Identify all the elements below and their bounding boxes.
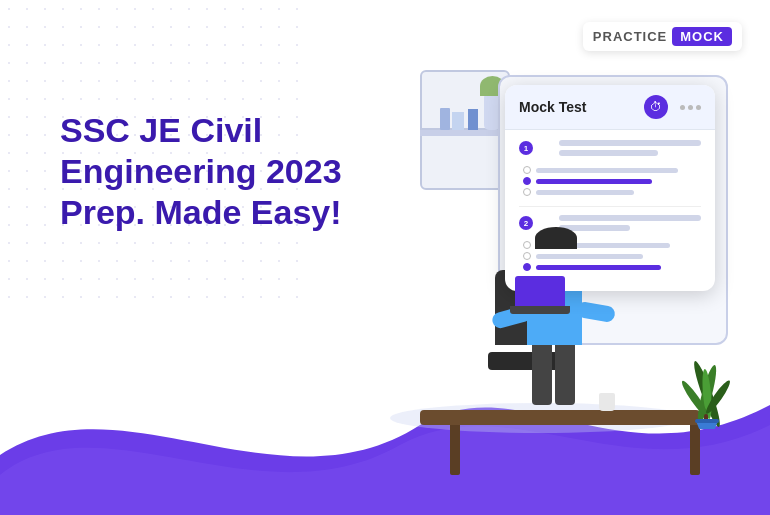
person-hair — [535, 227, 577, 249]
option-row-5 — [523, 252, 701, 260]
book-2-decoration — [452, 112, 464, 130]
question-block-1: 1 — [519, 140, 701, 196]
dot-2 — [688, 105, 693, 110]
shelf-board-decoration — [420, 130, 505, 136]
main-heading: SSC JE Civil Engineering 2023 Prep. Made… — [60, 110, 342, 232]
option-row-3 — [523, 188, 701, 196]
option-line-3 — [536, 190, 634, 195]
option-row-1 — [523, 166, 701, 174]
option-line-5 — [536, 254, 643, 259]
option-row-6 — [523, 263, 701, 271]
option-circle-6-selected — [523, 263, 531, 271]
question-line-long-2 — [559, 215, 701, 221]
option-line-2-selected — [536, 179, 652, 184]
mock-test-card: Mock Test ⏱ 1 — [505, 85, 715, 291]
logo-mock-text: MOCK — [672, 27, 732, 46]
card-dots — [680, 105, 701, 110]
option-circle-3 — [523, 188, 531, 196]
logo-practice-text: PRACTICE — [593, 29, 667, 44]
page-container: PRACTICE MOCK SSC JE Civil Engineering 2… — [0, 0, 770, 515]
person-leg-right — [555, 340, 575, 405]
mock-card-title: Mock Test — [519, 99, 586, 115]
dot-1 — [680, 105, 685, 110]
laptop-base — [510, 306, 570, 314]
mug-decoration — [599, 393, 615, 411]
option-row-2 — [523, 177, 701, 185]
laptop-screen — [515, 276, 565, 310]
option-circle-1 — [523, 166, 531, 174]
plant-svg — [680, 359, 735, 429]
heading-text: SSC JE Civil Engineering 2023 Prep. Made… — [60, 110, 342, 232]
option-line-6-selected — [536, 265, 661, 270]
option-circle-5 — [523, 252, 531, 260]
plant-decoration — [680, 359, 735, 433]
dot-3 — [696, 105, 701, 110]
book-3-decoration — [468, 109, 478, 130]
svg-rect-6 — [695, 419, 719, 423]
question-lines-2 — [559, 215, 701, 235]
clock-icon: ⏱ — [644, 95, 668, 119]
book-1-decoration — [440, 108, 450, 130]
option-circle-4 — [523, 241, 531, 249]
mock-card-header: Mock Test ⏱ — [505, 85, 715, 130]
question-lines-1 — [559, 140, 701, 160]
option-circle-2-selected — [523, 177, 531, 185]
question-line-medium — [559, 150, 658, 156]
question-number-1: 1 — [519, 141, 533, 155]
divider — [519, 206, 701, 207]
question-number-2: 2 — [519, 216, 533, 230]
question-line-long — [559, 140, 701, 146]
mock-card-body: 1 — [505, 130, 715, 291]
logo-area: PRACTICE MOCK — [583, 22, 742, 51]
desk-decoration — [420, 410, 700, 425]
option-line-1 — [536, 168, 678, 173]
person-leg-left — [532, 340, 552, 405]
